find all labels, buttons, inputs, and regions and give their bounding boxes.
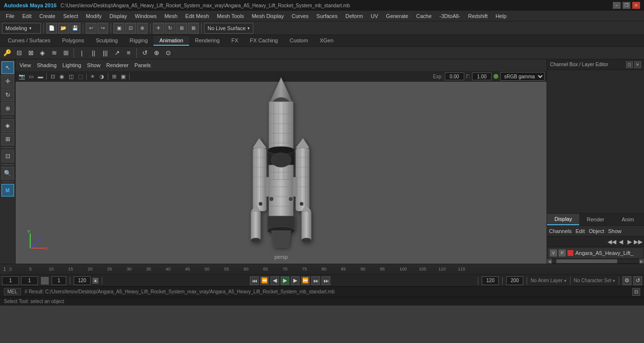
skeleton-btn[interactable]: ⊙ (163, 48, 173, 58)
menu-mesh-display[interactable]: Mesh Display (248, 12, 288, 20)
tab-polygons[interactable]: Polygons (56, 36, 90, 46)
trails-btn[interactable]: ≋ (49, 48, 59, 58)
script-editor-btn[interactable]: ⊡ (632, 288, 640, 296)
vp-menu-panels[interactable]: Panels (134, 62, 151, 68)
play-next-frame-btn[interactable]: ▶ (291, 276, 300, 285)
play-loop-btn[interactable]: ⏭ (322, 276, 330, 285)
menu-deform[interactable]: Deform (341, 12, 367, 20)
menu-windows[interactable]: Windows (131, 12, 161, 20)
hscroll-left-btn[interactable]: ◀ (547, 259, 552, 264)
close-button[interactable]: ✕ (632, 2, 640, 9)
vp-menu-view[interactable]: View (19, 62, 31, 68)
char-set-arrow[interactable]: ▾ (613, 278, 615, 283)
soft-mod-btn[interactable]: ◈ (1, 119, 14, 132)
breakdowns-btn[interactable]: ⊟ (14, 48, 24, 58)
menu-edit[interactable]: Edit (19, 12, 36, 20)
move-tool-btn[interactable]: ✛ (1, 75, 14, 88)
range-end2-input[interactable] (506, 276, 523, 285)
tab-sculpting[interactable]: Sculpting (90, 36, 124, 46)
menu-redshift[interactable]: Redshift (464, 12, 492, 20)
curve-editor-btn[interactable]: ↗ (112, 48, 122, 58)
settings-btn[interactable]: ⚙ (623, 276, 631, 285)
vp-shadow-btn[interactable]: ◑ (97, 72, 106, 81)
menu-display[interactable]: Display (106, 12, 131, 20)
scale-tool-btn[interactable]: ⊕ (1, 102, 14, 115)
turntable-btn[interactable]: ↺ (139, 48, 150, 58)
rotate-btn[interactable]: ↻ (165, 23, 175, 34)
menu-create[interactable]: Create (36, 12, 59, 20)
menu-help[interactable]: Help (492, 12, 511, 20)
vp-res-gate-btn[interactable]: ▬ (36, 72, 45, 81)
layers-hscroll[interactable]: ◀ ▶ (547, 259, 644, 264)
frame-number-input[interactable] (52, 276, 66, 285)
tab-custom[interactable]: Custom (284, 36, 314, 46)
menu-select[interactable]: Select (59, 12, 82, 20)
layer-visibility-btn[interactable]: V (550, 250, 557, 256)
vp-smooth-btn[interactable]: ◉ (57, 72, 66, 81)
gamma-select[interactable]: sRGB gamma (500, 72, 545, 81)
tab-animation[interactable]: Animation (153, 36, 189, 46)
tab-fx[interactable]: FX (226, 36, 244, 46)
new-scene-btn[interactable]: 📄 (46, 23, 57, 34)
open-scene-btn[interactable]: 📂 (58, 23, 69, 34)
quick-zoom-btn[interactable]: 🔍 (1, 167, 14, 180)
menu-uv[interactable]: UV (367, 12, 382, 20)
play-first-btn[interactable]: ⏮ (250, 276, 259, 285)
anim-layer-arrow[interactable]: ▾ (564, 278, 567, 283)
hscroll-right-btn[interactable]: ▶ (639, 259, 644, 264)
move-btn[interactable]: ✛ (153, 23, 164, 34)
vp-menu-lighting[interactable]: Lighting (62, 62, 81, 68)
play-btn[interactable]: ▶ (281, 276, 289, 285)
layers-nav-first[interactable]: ◀◀ (608, 238, 616, 246)
range-indicator[interactable]: ▲ (93, 278, 98, 284)
vp-menu-shading[interactable]: Shading (37, 62, 57, 68)
keys-sel-btn[interactable]: ||| (100, 48, 111, 58)
dope-sheet-btn[interactable]: ≡ (123, 48, 134, 58)
tab-rendering[interactable]: Rendering (189, 36, 226, 46)
layer-playback-btn[interactable]: P (559, 250, 566, 256)
play-prev-frame-btn[interactable]: ◀ (270, 276, 279, 285)
menu-modify[interactable]: Modify (82, 12, 105, 20)
gamma-input[interactable] (472, 72, 492, 80)
lasso-btn[interactable]: ⊡ (125, 23, 136, 34)
live-surface-dropdown[interactable]: No Live Surface (204, 23, 253, 34)
mute-btn[interactable]: ⊠ (25, 48, 36, 58)
submenu-edit[interactable]: Edit (575, 228, 585, 234)
rotate-tool-btn[interactable]: ↻ (1, 89, 14, 101)
rp-close-btn[interactable]: ✕ (634, 61, 641, 68)
keys-frame-btn[interactable]: || (88, 48, 99, 58)
menu-edit-mesh[interactable]: Edit Mesh (181, 12, 213, 20)
end-frame-input[interactable] (74, 276, 91, 285)
submenu-object[interactable]: Object (588, 228, 604, 234)
playbar-val2[interactable] (21, 276, 38, 285)
constraint-btn[interactable]: ⊕ (151, 48, 162, 58)
menu-cache[interactable]: Cache (412, 12, 436, 20)
vp-hud-btn[interactable]: ▣ (119, 72, 128, 81)
rp-float-btn[interactable]: ⊡ (626, 61, 633, 68)
layers-nav-prev[interactable]: ◀ (617, 238, 625, 246)
scale-btn[interactable]: ⊞ (176, 23, 187, 34)
vp-flat-btn[interactable]: ◫ (67, 72, 76, 81)
exposure-input[interactable] (445, 72, 464, 80)
hscroll-thumb[interactable] (556, 259, 617, 263)
show-manip-btn[interactable]: ⊞ (1, 133, 14, 145)
layers-nav-next[interactable]: ▶ (625, 238, 633, 246)
paint-select-btn[interactable]: ⊕ (137, 23, 148, 34)
layers-nav-last[interactable]: ▶▶ (634, 238, 642, 246)
play-last-btn[interactable]: ⏭ (311, 276, 320, 285)
restore-button[interactable]: ❐ (623, 2, 630, 9)
tab-fx-caching[interactable]: FX Caching (244, 36, 284, 46)
tab-xgen[interactable]: XGen (314, 36, 339, 46)
tab-render[interactable]: Render (579, 214, 611, 225)
keys-all-btn[interactable]: | (76, 48, 87, 58)
menu-generate[interactable]: Generate (382, 12, 412, 20)
vp-menu-show[interactable]: Show (87, 62, 101, 68)
menu-mesh[interactable]: Mesh (160, 12, 181, 20)
tab-anim[interactable]: Anim (612, 214, 644, 225)
timeline-ticks[interactable]: 1 5 10 15 20 25 30 35 40 45 50 55 60 65 … (10, 264, 644, 274)
save-scene-btn[interactable]: 💾 (70, 23, 80, 34)
tab-display[interactable]: Display (547, 214, 579, 225)
lasso-select-btn[interactable]: ⊡ (1, 150, 14, 162)
tab-curves-surfaces[interactable]: Curves / Surfaces (2, 36, 56, 46)
menu-mesh-tools[interactable]: Mesh Tools (213, 12, 247, 20)
